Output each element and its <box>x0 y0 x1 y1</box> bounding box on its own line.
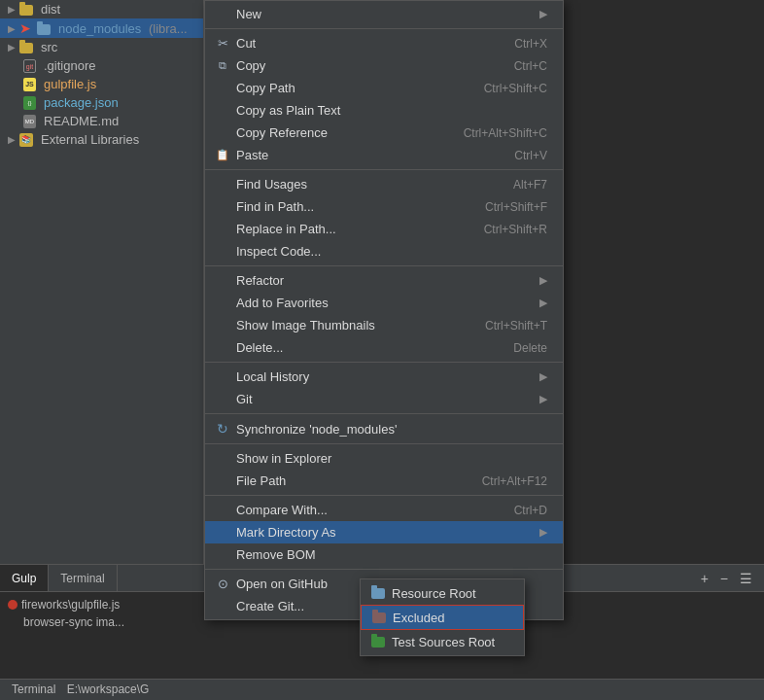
sidebar-item-label: src <box>41 40 57 54</box>
shortcut-label: Ctrl+Alt+F12 <box>482 474 547 488</box>
menu-item-copy[interactable]: ⧉ Copy Ctrl+C <box>205 54 563 77</box>
menu-label: Mark Directory As <box>236 525 532 540</box>
menu-label: New <box>236 7 532 21</box>
tab-label: Gulp <box>12 572 36 585</box>
menu-label: Git <box>236 392 532 406</box>
panel-menu-button[interactable]: ☰ <box>736 569 756 588</box>
sidebar-item-gulpfile[interactable]: JS gulpfile.js <box>0 75 203 93</box>
submenu-arrow-icon: ▶ <box>539 526 547 539</box>
file-icon: git <box>23 59 36 73</box>
file-icon: JS <box>23 78 36 91</box>
ext-libs-icon: 📚 <box>19 133 33 147</box>
menu-item-refactor[interactable]: Refactor ▶ <box>205 269 563 292</box>
menu-label: Cut <box>236 36 495 51</box>
submenu-item-excluded[interactable]: Excluded <box>361 605 524 630</box>
file-icon: {} <box>23 96 36 110</box>
submenu-item-resource-root[interactable]: Resource Root <box>361 581 524 605</box>
menu-label: Find in Path... <box>236 199 466 214</box>
context-menu: New ▶ ✂ Cut Ctrl+X ⧉ Copy Ctrl+C Copy Pa… <box>204 0 564 620</box>
sidebar-item-label: node_modules <box>58 21 141 36</box>
menu-item-local-history[interactable]: Local History ▶ <box>205 366 563 388</box>
terminal-label-text: Terminal <box>12 682 55 696</box>
menu-item-remove-bom[interactable]: Remove BOM <box>205 543 563 566</box>
separator <box>205 265 563 266</box>
submenu-arrow-icon: ▶ <box>539 297 547 309</box>
menu-label: Copy Path <box>236 81 465 95</box>
submenu-arrow-icon: ▶ <box>539 8 547 20</box>
menu-item-delete[interactable]: Delete... Delete <box>205 336 563 359</box>
menu-label: Copy Reference <box>236 125 444 140</box>
arrow-icon: ▶ <box>8 4 16 15</box>
resource-root-icon <box>370 585 386 601</box>
shortcut-label: Ctrl+Shift+R <box>484 223 547 236</box>
menu-item-copy-reference[interactable]: Copy Reference Ctrl+Alt+Shift+C <box>205 122 563 144</box>
panel-minus-button[interactable]: − <box>716 569 732 588</box>
sidebar-item-dist[interactable]: ▶ dist <box>0 0 203 18</box>
sidebar-item-label: README.md <box>44 114 119 128</box>
menu-item-git[interactable]: Git ▶ <box>205 388 563 410</box>
tab-gulp[interactable]: Gulp <box>0 565 49 591</box>
menu-item-cut[interactable]: ✂ Cut Ctrl+X <box>205 32 563 54</box>
sidebar-item-label: .gitignore <box>44 58 95 73</box>
menu-label: Show in Explorer <box>236 451 547 466</box>
menu-item-find-usages[interactable]: Find Usages Alt+F7 <box>205 173 563 195</box>
menu-item-synchronize[interactable]: ↻ Synchronize 'node_modules' <box>205 417 563 440</box>
separator <box>205 569 563 570</box>
mark-directory-submenu: Resource Root Excluded Test Sources Root <box>360 578 525 656</box>
folder-icon <box>37 24 51 35</box>
menu-item-show-thumbnails[interactable]: Show Image Thumbnails Ctrl+Shift+T <box>205 314 563 336</box>
folder-icon <box>19 43 33 53</box>
menu-item-replace-in-path[interactable]: Replace in Path... Ctrl+Shift+R <box>205 218 563 240</box>
sidebar-item-readme[interactable]: MD README.md <box>0 112 203 130</box>
shortcut-label: Ctrl+D <box>514 504 547 517</box>
tab-label: Terminal <box>60 572 104 585</box>
copy-icon: ⧉ <box>213 59 232 72</box>
folder-icon <box>19 5 33 16</box>
menu-item-add-favorites[interactable]: Add to Favorites ▶ <box>205 292 563 314</box>
menu-label: Replace in Path... <box>236 222 465 236</box>
menu-item-mark-directory[interactable]: Mark Directory As ▶ <box>205 521 563 543</box>
menu-item-copy-plain[interactable]: Copy as Plain Text <box>205 99 563 122</box>
menu-label: Local History <box>236 369 532 384</box>
menu-item-file-path[interactable]: File Path Ctrl+Alt+F12 <box>205 470 563 492</box>
sidebar-item-gitignore[interactable]: git .gitignore <box>0 56 203 75</box>
tab-terminal[interactable]: Terminal <box>49 565 117 591</box>
menu-label: File Path <box>236 473 463 488</box>
sidebar-item-src[interactable]: ▶ src <box>0 38 203 56</box>
menu-item-compare-with[interactable]: Compare With... Ctrl+D <box>205 499 563 521</box>
test-sources-icon <box>370 634 386 649</box>
sidebar-item-node-modules[interactable]: ▶ ➤ node_modules (libra... <box>0 18 203 38</box>
menu-label: Inspect Code... <box>236 244 547 259</box>
submenu-arrow-icon: ▶ <box>539 393 547 405</box>
menu-item-find-in-path[interactable]: Find in Path... Ctrl+Shift+F <box>205 195 563 218</box>
submenu-item-test-sources-root[interactable]: Test Sources Root <box>361 630 524 653</box>
menu-item-inspect-code[interactable]: Inspect Code... <box>205 240 563 262</box>
sidebar-item-package-json[interactable]: {} package.json <box>0 93 203 112</box>
sidebar-item-label: dist <box>41 2 60 17</box>
separator <box>205 495 563 496</box>
terminal-path: E:\workspace\G <box>67 682 150 696</box>
browser-sync-label: browser-sync ima... <box>23 615 124 629</box>
paste-icon: 📋 <box>213 149 232 161</box>
submenu-item-label: Resource Root <box>392 586 476 601</box>
sidebar-item-label: External Libraries <box>41 132 139 147</box>
sidebar-item-label: package.json <box>44 95 119 110</box>
submenu-item-label: Excluded <box>393 611 444 625</box>
submenu-item-label: Test Sources Root <box>392 635 495 649</box>
terminal-bar: Terminal E:\workspace\G <box>0 679 764 700</box>
menu-item-copy-path[interactable]: Copy Path Ctrl+Shift+C <box>205 77 563 99</box>
separator <box>205 413 563 414</box>
shortcut-label: Ctrl+Shift+F <box>485 200 547 214</box>
menu-item-paste[interactable]: 📋 Paste Ctrl+V <box>205 144 563 166</box>
panel-add-button[interactable]: + <box>697 569 712 588</box>
sidebar-item-external-libs[interactable]: ▶ 📚 External Libraries <box>0 130 203 149</box>
shortcut-label: Delete <box>513 341 547 355</box>
separator <box>205 28 563 29</box>
sync-icon: ↻ <box>213 421 232 437</box>
excluded-icon <box>371 610 387 625</box>
menu-label: Delete... <box>236 340 494 355</box>
file-icon: MD <box>23 115 36 128</box>
arrow-icon: ▶ <box>8 134 16 145</box>
menu-item-show-explorer[interactable]: Show in Explorer <box>205 447 563 470</box>
menu-item-new[interactable]: New ▶ <box>205 3 563 25</box>
